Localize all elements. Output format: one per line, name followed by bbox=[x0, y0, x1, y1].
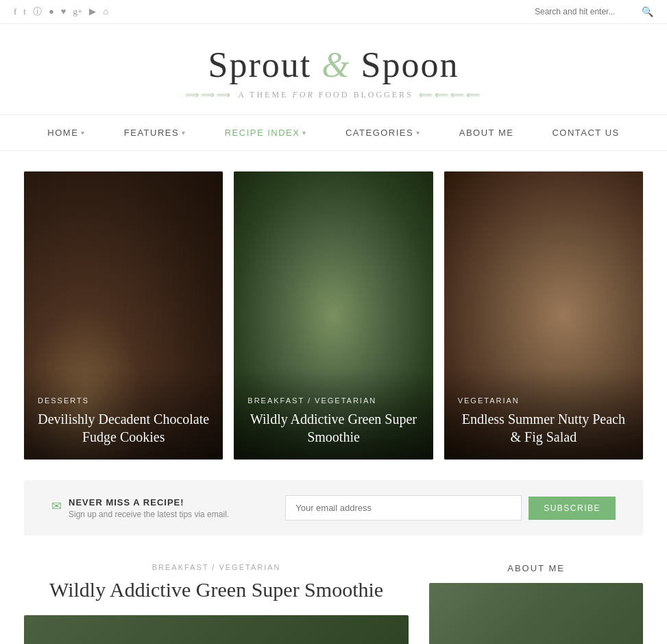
main-nav: HOME ▾ FEATURES ▾ RECIPE INDEX ▾ CATEGOR… bbox=[0, 115, 667, 151]
card-salad-overlay: VEGETARIAN Endless Summer Nutty Peach & … bbox=[444, 369, 643, 460]
newsletter-section: ✉ NEVER MISS A RECIPE! Sign up and recei… bbox=[24, 480, 643, 536]
email-input[interactable] bbox=[285, 495, 522, 521]
card-cookies-overlay: DESSERTS Devilishly Decadent Chocolate F… bbox=[24, 369, 223, 460]
card-salad-title: Endless Summer Nutty Peach & Fig Salad bbox=[458, 410, 629, 446]
instagram-icon[interactable]: ⓘ bbox=[33, 5, 42, 18]
title-part1: Sprout bbox=[208, 45, 311, 84]
search-input[interactable] bbox=[535, 7, 638, 16]
card-cookies-title: Devilishly Decadent Chocolate Fudge Cook… bbox=[38, 410, 209, 446]
article-section: BREAKFAST / VEGETARIAN Wildly Addictive … bbox=[0, 536, 667, 644]
tagline-left-deco: ⟹⟹⟹ bbox=[185, 89, 232, 101]
recipe-index-caret: ▾ bbox=[302, 129, 307, 136]
article-image bbox=[24, 615, 409, 644]
site-header: Sprout & Spoon ⟹⟹⟹ A THEME for FOOD BLOG… bbox=[0, 24, 667, 115]
title-ampersand: & bbox=[322, 45, 361, 84]
site-tagline: ⟹⟹⟹ A THEME for FOOD BLOGGERS ⟸⟸⟸⟸ bbox=[14, 89, 653, 101]
card-salad[interactable]: VEGETARIAN Endless Summer Nutty Peach & … bbox=[444, 171, 643, 460]
card-smoothie[interactable]: BREAKFAST / VEGETARIAN Wildly Addictive … bbox=[234, 171, 433, 460]
cards-section: DESSERTS Devilishly Decadent Chocolate F… bbox=[0, 151, 667, 480]
nav-about[interactable]: ABOUT ME bbox=[440, 115, 533, 150]
article-sidebar: ABOUT ME bbox=[429, 563, 643, 644]
nav-features[interactable]: FEATURES ▾ bbox=[105, 115, 206, 150]
pinterest-icon[interactable]: ● bbox=[49, 6, 54, 17]
social-icons: f t ⓘ ● ♥ g+ ▶ ⌂ bbox=[14, 5, 108, 18]
facebook-icon[interactable]: f bbox=[14, 6, 16, 17]
youtube-icon[interactable]: ▶ bbox=[89, 6, 96, 17]
gplus-icon[interactable]: g+ bbox=[73, 6, 83, 17]
title-part2: Spoon bbox=[361, 45, 459, 84]
rss-icon[interactable]: ⌂ bbox=[103, 6, 108, 17]
home-caret: ▾ bbox=[81, 129, 86, 136]
newsletter-text: NEVER MISS A RECIPE! Sign up and receive… bbox=[69, 497, 229, 519]
sidebar-about-image bbox=[429, 583, 643, 644]
card-cookies[interactable]: DESSERTS Devilishly Decadent Chocolate F… bbox=[24, 171, 223, 460]
subscribe-button[interactable]: SUBSCRIBE bbox=[529, 497, 616, 520]
article-main: BREAKFAST / VEGETARIAN Wildly Addictive … bbox=[24, 563, 409, 644]
card-smoothie-title: Wildly Addictive Green Super Smoothie bbox=[247, 410, 419, 446]
newsletter-left: ✉ NEVER MISS A RECIPE! Sign up and recei… bbox=[51, 497, 271, 519]
sidebar-about-title: ABOUT ME bbox=[429, 563, 643, 573]
nav-home[interactable]: HOME ▾ bbox=[28, 115, 105, 150]
card-salad-category: VEGETARIAN bbox=[458, 396, 629, 405]
site-title: Sprout & Spoon bbox=[14, 45, 653, 85]
features-caret: ▾ bbox=[182, 129, 186, 136]
nav-list: HOME ▾ FEATURES ▾ RECIPE INDEX ▾ CATEGOR… bbox=[0, 115, 667, 150]
card-smoothie-overlay: BREAKFAST / VEGETARIAN Wildly Addictive … bbox=[234, 369, 433, 460]
tagline-text: A THEME for FOOD BLOGGERS bbox=[238, 90, 413, 100]
envelope-icon: ✉ bbox=[51, 499, 62, 514]
search-area: 🔍 bbox=[535, 6, 653, 17]
search-button[interactable]: 🔍 bbox=[642, 6, 653, 17]
nav-categories[interactable]: CATEGORIES ▾ bbox=[326, 115, 440, 150]
card-cookies-category: DESSERTS bbox=[38, 396, 209, 405]
newsletter-right: SUBSCRIBE bbox=[285, 495, 616, 521]
cards-grid: DESSERTS Devilishly Decadent Chocolate F… bbox=[24, 171, 643, 460]
tagline-right-deco: ⟸⟸⟸⟸ bbox=[419, 89, 482, 101]
nav-contact[interactable]: CONTACT US bbox=[533, 115, 638, 150]
twitter-icon[interactable]: t bbox=[23, 6, 26, 17]
nav-recipe-index[interactable]: RECIPE INDEX ▾ bbox=[206, 115, 326, 150]
newsletter-subtitle: Sign up and receive the latest tips via … bbox=[69, 510, 229, 519]
heart-icon[interactable]: ♥ bbox=[61, 6, 66, 17]
article-title: Wildly Addictive Green Super Smoothie bbox=[24, 578, 409, 601]
categories-caret: ▾ bbox=[416, 129, 421, 136]
top-bar: f t ⓘ ● ♥ g+ ▶ ⌂ 🔍 bbox=[0, 0, 667, 24]
newsletter-title: NEVER MISS A RECIPE! bbox=[69, 497, 229, 508]
card-smoothie-category: BREAKFAST / VEGETARIAN bbox=[247, 396, 419, 405]
article-category: BREAKFAST / VEGETARIAN bbox=[24, 563, 409, 571]
